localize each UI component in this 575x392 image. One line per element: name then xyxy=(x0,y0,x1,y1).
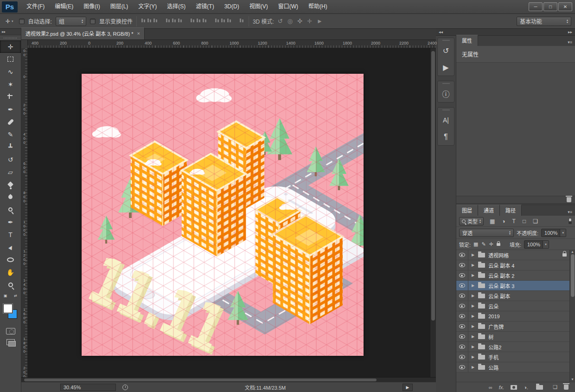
blend-mode-dropdown[interactable]: 穿透 ▴▾ xyxy=(459,229,514,237)
menu-type[interactable]: 文字(Y) xyxy=(133,0,162,13)
auto-align-layers-icon[interactable] xyxy=(239,18,245,23)
visibility-toggle[interactable] xyxy=(456,250,468,260)
lock-all-icon[interactable] xyxy=(497,243,500,246)
auto-select-checkbox[interactable] xyxy=(19,19,25,24)
align-top-edges-icon[interactable] xyxy=(141,18,147,23)
new-layer-icon[interactable]: ❏ xyxy=(553,384,557,390)
scroll-down-icon[interactable]: ▼ xyxy=(571,378,574,382)
crop-tool[interactable] xyxy=(0,90,21,103)
expand-arrow-icon[interactable]: ▶ xyxy=(468,345,477,349)
new-group-icon[interactable] xyxy=(536,385,543,390)
brush-tool[interactable]: ✎ xyxy=(0,128,21,141)
menu-3d[interactable]: 3D(D) xyxy=(219,0,244,13)
menu-image[interactable]: 图像(I) xyxy=(78,0,105,13)
layer-effects-icon[interactable]: fx. xyxy=(499,385,505,390)
foreground-color-swatch[interactable] xyxy=(3,304,13,313)
distribute-vertical-centers-icon[interactable] xyxy=(196,18,202,23)
toolbar-grip[interactable] xyxy=(4,36,17,39)
lasso-tool[interactable]: ∿ xyxy=(0,65,21,78)
expand-arrow-icon[interactable]: ▶ xyxy=(468,334,477,339)
3d-drag-icon[interactable]: ✜ xyxy=(297,18,302,25)
document-tab[interactable]: 透视效果2.psd @ 30.4% (云朵 副本 3, RGB/8) * × xyxy=(21,27,145,39)
visibility-toggle[interactable] xyxy=(456,270,468,280)
align-right-edges-icon[interactable] xyxy=(177,18,183,23)
distribute-horizontal-centers-icon[interactable] xyxy=(220,18,226,23)
workspace-switcher[interactable]: 基本功能 ▴▾ xyxy=(517,17,571,26)
default-colors-icon[interactable]: ▣ xyxy=(4,294,7,299)
visibility-toggle[interactable] xyxy=(456,342,468,352)
auto-select-dropdown[interactable]: 组 ▴▾ xyxy=(56,17,86,26)
tab-properties[interactable]: 属性 xyxy=(456,35,478,46)
layer-row[interactable]: ▶ 树 xyxy=(456,332,575,342)
expand-arrow-icon[interactable]: ▶ xyxy=(468,365,477,369)
layer-row[interactable]: ▶ 云朵 xyxy=(456,301,575,311)
panel-menu-icon[interactable]: ▾≡ xyxy=(565,40,575,46)
layer-row[interactable]: ▶ 手机 xyxy=(456,352,575,362)
tab-channels[interactable]: 通道 xyxy=(478,205,500,216)
history-panel-button[interactable]: ↺ xyxy=(438,42,454,59)
scrollbar-thumb[interactable] xyxy=(571,254,575,297)
visibility-toggle[interactable] xyxy=(456,260,468,270)
opacity-field[interactable]: 100% ▾ xyxy=(541,229,566,237)
expand-arrow-icon[interactable]: ▶ xyxy=(468,283,477,288)
zoom-level-field[interactable]: 30.45% xyxy=(60,384,116,391)
scroll-up-icon[interactable]: ▲ xyxy=(571,250,574,253)
zoom-tool[interactable] xyxy=(0,278,21,291)
panel-menu-icon[interactable]: ▾≡ xyxy=(565,210,575,216)
toolbar-collapse[interactable]: ▸▸ xyxy=(0,29,21,35)
visibility-toggle[interactable] xyxy=(456,321,468,331)
align-bottom-edges-icon[interactable] xyxy=(153,18,159,23)
visibility-toggle[interactable] xyxy=(456,291,468,301)
path-selection-tool[interactable]: ► xyxy=(0,241,21,253)
adjustment-layer-icon[interactable]: ◑. xyxy=(524,385,528,390)
expand-arrow-icon[interactable]: ▶ xyxy=(468,294,477,298)
type-tool[interactable]: T xyxy=(0,228,21,241)
trash-icon[interactable] xyxy=(567,197,571,202)
menu-window[interactable]: 窗口(W) xyxy=(273,0,303,13)
distribute-left-edges-icon[interactable] xyxy=(214,18,220,23)
visibility-toggle[interactable] xyxy=(456,281,468,290)
filter-shape-layers-icon[interactable]: □ xyxy=(521,218,527,225)
align-left-edges-icon[interactable] xyxy=(165,18,171,23)
menu-filter[interactable]: 滤镜(T) xyxy=(191,0,219,13)
status-menu-arrow[interactable]: ▶ xyxy=(402,384,413,391)
menu-layer[interactable]: 图层(L) xyxy=(105,0,134,13)
filter-type-layers-icon[interactable]: T xyxy=(511,218,517,225)
expand-arrow-icon[interactable]: ▶ xyxy=(468,304,477,308)
layer-row[interactable]: ▶ 云朵 副本 3 xyxy=(456,281,575,291)
layer-row[interactable]: ▶ 云朵 副本 4 xyxy=(456,260,575,270)
layer-row[interactable]: ▶ 广告牌 xyxy=(456,321,575,332)
layer-row[interactable]: ▶ 公路2 xyxy=(456,342,575,352)
visibility-toggle[interactable] xyxy=(456,352,468,362)
3d-roll-icon[interactable]: ◎ xyxy=(288,18,293,25)
align-horizontal-centers-icon[interactable] xyxy=(171,18,177,23)
ellipse-tool[interactable] xyxy=(0,253,21,266)
filter-toggle-switch[interactable] xyxy=(568,218,572,225)
layer-row[interactable]: ▶ 透视网格 xyxy=(456,250,575,260)
3d-slide-icon[interactable]: ✛ xyxy=(307,18,312,25)
menu-select[interactable]: 选择(S) xyxy=(162,0,191,13)
delete-layer-icon[interactable] xyxy=(564,385,569,390)
fill-field[interactable]: 100% ▾ xyxy=(524,240,549,249)
expand-arrow-icon[interactable]: ▶ xyxy=(468,263,477,267)
ruler-vertical[interactable]: 2000200400600800100012001400160018002000 xyxy=(21,48,28,377)
show-transform-checkbox[interactable] xyxy=(90,19,96,24)
tab-close-icon[interactable]: × xyxy=(137,31,140,36)
3d-rotate-icon[interactable]: ↺ xyxy=(278,18,283,25)
swap-colors-icon[interactable]: ⇄ xyxy=(14,294,17,299)
screen-mode-button[interactable] xyxy=(6,339,15,345)
horizontal-scrollbar[interactable] xyxy=(21,377,436,382)
eraser-tool[interactable]: ▱ xyxy=(0,166,21,178)
visibility-toggle[interactable] xyxy=(456,301,468,311)
filter-smart-objects-icon[interactable]: ❏ xyxy=(531,218,539,225)
current-tool-badge[interactable]: ✛ ▾ xyxy=(4,17,15,26)
eyedropper-tool[interactable]: ✒ xyxy=(0,103,21,116)
tab-layers[interactable]: 图层 xyxy=(456,205,478,216)
quick-mask-button[interactable] xyxy=(6,328,15,334)
expand-panels-icon[interactable]: ▸▸ xyxy=(568,30,572,34)
expand-arrow-icon[interactable]: ▶ xyxy=(468,253,477,257)
history-brush-tool[interactable]: ↺ xyxy=(0,153,21,166)
close-button[interactable]: ✕ xyxy=(558,2,572,11)
dodge-tool[interactable] xyxy=(0,203,21,216)
menu-file[interactable]: 文件(F) xyxy=(21,0,50,13)
